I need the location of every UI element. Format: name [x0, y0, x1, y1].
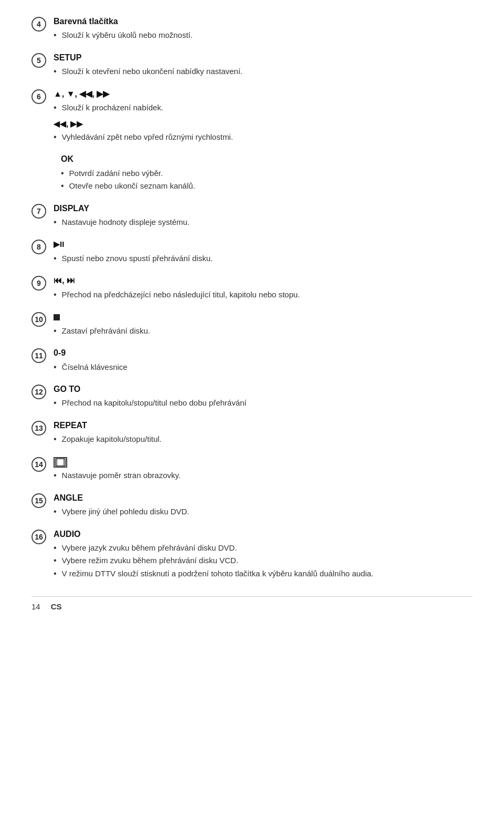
- bullets-9: Přechod na předcházející nebo následujíc…: [54, 289, 472, 301]
- bullet-7-1: Nastavuje hodnoty displeje systému.: [54, 216, 472, 229]
- play-pause-icon: ▶II: [54, 240, 64, 248]
- ratio-svg: [55, 457, 66, 468]
- bullet-12-1: Přechod na kapitolu/stopu/titul nebo dob…: [54, 397, 472, 409]
- aspect-ratio-icon: [54, 457, 67, 468]
- label-14: [54, 456, 472, 468]
- item-9: 9 ⏮, ⏭ Přechod na předcházející nebo nás…: [32, 275, 472, 302]
- bullets-12: Přechod na kapitolu/stopu/titul nebo dob…: [54, 397, 472, 409]
- bullets-11: Číselná klávesnice: [54, 361, 472, 374]
- bullet-8-1: Spustí nebo znovu spustí přehrávání disk…: [54, 253, 472, 265]
- label-ok: OK: [61, 153, 472, 165]
- bullets-10: Zastaví přehrávání disku.: [54, 325, 472, 337]
- item-16: 16 AUDIO Vybere jazyk zvuku během přehrá…: [32, 529, 472, 581]
- bullet-6-sub-1: Vyhledávání zpět nebo vpřed různými rych…: [54, 131, 472, 143]
- circle-6: 6: [32, 89, 46, 104]
- circle-7: 7: [32, 204, 46, 219]
- bullets-ok: Potvrdí zadání nebo výběr. Otevře nebo u…: [61, 168, 472, 192]
- bullet-14-1: Nastavuje poměr stran obrazovky.: [54, 470, 472, 482]
- bullets-14: Nastavuje poměr stran obrazovky.: [54, 470, 472, 482]
- item-5: 5 SETUP Slouží k otevření nebo ukončení …: [32, 52, 472, 79]
- label-11: 0-9: [54, 347, 472, 359]
- label-8: ▶II: [54, 239, 472, 250]
- bullet-16-3: V režimu DTTV slouží stisknutí a podržen…: [54, 568, 472, 580]
- circle-13: 13: [32, 421, 46, 436]
- page-number: 14: [32, 602, 40, 611]
- bullet-16-2: Vybere režim zvuku během přehrávání disk…: [54, 555, 472, 567]
- bullet-15-1: Vybere jiný úhel pohledu disku DVD.: [54, 506, 472, 518]
- bullets-6: Slouží k procházení nabídek.: [54, 102, 472, 114]
- label-6: ▲, ▼, ◀◀, ▶▶: [54, 88, 472, 100]
- bullets-4: Slouží k výběru úkolů nebo možností.: [54, 29, 472, 42]
- circle-5: 5: [32, 53, 46, 68]
- label-9: ⏮, ⏭: [54, 275, 472, 286]
- label-10: [54, 311, 472, 323]
- item-14: 14 Nastavuje poměr stran obrazovky.: [32, 456, 472, 483]
- item-7: 7 DISPLAY Nastavuje hodnoty displeje sys…: [32, 203, 472, 230]
- label-7: DISPLAY: [54, 203, 472, 214]
- bullets-13: Zopakuje kapitolu/stopu/titul.: [54, 433, 472, 446]
- label-4: Barevná tlačítka: [54, 16, 472, 27]
- label-12: GO TO: [54, 384, 472, 395]
- bullet-10-1: Zastaví přehrávání disku.: [54, 325, 472, 337]
- circle-14: 14: [32, 457, 46, 472]
- item-6: 6 ▲, ▼, ◀◀, ▶▶ Slouží k procházení nabíd…: [32, 88, 472, 144]
- circle-16: 16: [32, 530, 46, 544]
- bullet-5-1: Slouží k otevření nebo ukončení nabídky …: [54, 66, 472, 78]
- bullets-8: Spustí nebo znovu spustí přehrávání disk…: [54, 253, 472, 265]
- label-6-sub: ◀◀, ▶▶: [54, 118, 472, 129]
- bullets-7: Nastavuje hodnoty displeje systému.: [54, 216, 472, 229]
- circle-15: 15: [32, 493, 46, 508]
- circle-12: 12: [32, 385, 46, 399]
- bullets-6-sub: Vyhledávání zpět nebo vpřed různými rych…: [54, 131, 472, 143]
- item-ok: OK Potvrdí zadání nebo výběr. Otevře neb…: [61, 153, 472, 193]
- label-16: AUDIO: [54, 529, 472, 540]
- bullet-13-1: Zopakuje kapitolu/stopu/titul.: [54, 433, 472, 446]
- stop-icon: [54, 314, 60, 320]
- circle-4: 4: [32, 17, 46, 32]
- circle-9: 9: [32, 276, 46, 291]
- bullets-15: Vybere jiný úhel pohledu disku DVD.: [54, 506, 472, 518]
- item-4: 4 Barevná tlačítka Slouží k výběru úkolů…: [32, 16, 472, 43]
- item-10: 10 Zastaví přehrávání disku.: [32, 311, 472, 338]
- item-12: 12 GO TO Přechod na kapitolu/stopu/titul…: [32, 384, 472, 410]
- item-8: 8 ▶II Spustí nebo znovu spustí přehráván…: [32, 239, 472, 265]
- label-5: SETUP: [54, 52, 472, 64]
- circle-10: 10: [32, 312, 46, 327]
- circle-11: 11: [32, 348, 46, 363]
- page-content: 4 Barevná tlačítka Slouží k výběru úkolů…: [32, 16, 472, 611]
- label-13: REPEAT: [54, 420, 472, 431]
- item-11: 11 0-9 Číselná klávesnice: [32, 347, 472, 374]
- bullets-16: Vybere jazyk zvuku během přehrávání disk…: [54, 542, 472, 580]
- bullet-16-1: Vybere jazyk zvuku během přehrávání disk…: [54, 542, 472, 554]
- bullet-ok-2: Otevře nebo ukončí seznam kanálů.: [61, 180, 472, 192]
- bullet-9-1: Přechod na předcházející nebo následujíc…: [54, 289, 472, 301]
- circle-8: 8: [32, 240, 46, 254]
- bullets-5: Slouží k otevření nebo ukončení nabídky …: [54, 66, 472, 78]
- item-15: 15 ANGLE Vybere jiný úhel pohledu disku …: [32, 492, 472, 519]
- footer: 14 CS: [32, 596, 472, 611]
- bullet-ok-1: Potvrdí zadání nebo výběr.: [61, 168, 472, 180]
- bullet-6-1: Slouží k procházení nabídek.: [54, 102, 472, 114]
- language-code: CS: [51, 602, 62, 611]
- bullet-4-1: Slouží k výběru úkolů nebo možností.: [54, 29, 472, 42]
- label-15: ANGLE: [54, 492, 472, 504]
- bullet-11-1: Číselná klávesnice: [54, 361, 472, 374]
- item-13: 13 REPEAT Zopakuje kapitolu/stopu/titul.: [32, 420, 472, 447]
